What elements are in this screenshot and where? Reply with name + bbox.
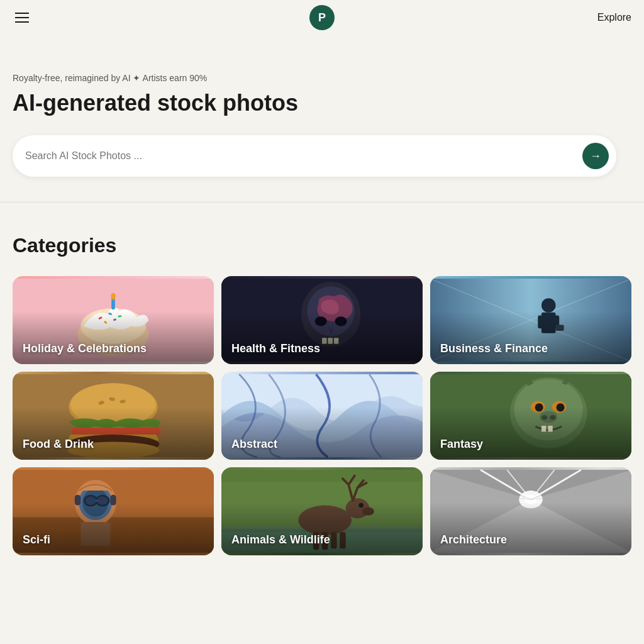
svg-rect-5: [118, 315, 121, 318]
categories-title: Categories: [13, 234, 631, 257]
svg-point-14: [335, 317, 347, 326]
svg-point-44: [552, 401, 567, 413]
category-label-scifi: Sci-fi: [23, 533, 50, 547]
category-card-abstract[interactable]: Abstract: [221, 372, 423, 460]
svg-point-47: [540, 411, 557, 423]
hero-title: AI-generated stock photos: [13, 89, 631, 116]
category-label-fantasy: Fantasy: [440, 438, 483, 451]
svg-rect-50: [541, 426, 547, 431]
section-divider: [0, 202, 644, 203]
svg-rect-77: [340, 532, 345, 548]
category-card-food[interactable]: Food & Drink: [13, 372, 214, 460]
menu-button[interactable]: [13, 10, 31, 25]
svg-point-57: [82, 488, 108, 516]
svg-rect-16: [328, 338, 333, 343]
svg-point-72: [362, 508, 374, 516]
category-label-animals: Animals & Wildlife: [231, 533, 330, 547]
svg-point-13: [315, 317, 327, 326]
svg-rect-63: [75, 495, 80, 506]
svg-line-23: [531, 320, 631, 362]
logo-icon: P: [309, 5, 335, 30]
svg-rect-15: [322, 338, 327, 343]
category-label-food: Food & Drink: [23, 438, 94, 451]
svg-point-73: [358, 503, 364, 508]
header: P Explore: [0, 0, 644, 35]
svg-point-70: [298, 506, 352, 535]
svg-point-49: [550, 415, 555, 420]
logo-letter: P: [318, 11, 326, 25]
category-label-health: Health & Fitness: [231, 342, 320, 355]
category-card-architecture[interactable]: Architecture: [430, 467, 631, 555]
svg-point-9: [111, 293, 116, 300]
category-label-architecture: Architecture: [440, 533, 507, 547]
categories-grid: Holiday & Celebrations: [13, 276, 631, 555]
svg-rect-64: [110, 495, 116, 506]
logo[interactable]: P: [309, 5, 335, 30]
svg-rect-65: [80, 522, 110, 546]
category-card-fantasy[interactable]: Fantasy: [430, 372, 631, 460]
svg-rect-6: [104, 321, 107, 324]
svg-rect-17: [334, 338, 339, 343]
category-label-holiday: Holiday & Celebrations: [23, 342, 147, 355]
svg-rect-25: [541, 313, 556, 333]
search-bar: →: [13, 135, 616, 177]
category-card-scifi[interactable]: Sci-fi: [13, 467, 214, 555]
svg-rect-28: [556, 325, 564, 331]
svg-line-22: [430, 320, 531, 362]
svg-rect-35: [72, 428, 160, 435]
category-label-abstract: Abstract: [231, 438, 277, 451]
svg-rect-76: [331, 532, 336, 548]
svg-rect-51: [548, 426, 553, 431]
svg-point-61: [97, 497, 108, 505]
svg-point-60: [86, 497, 96, 505]
svg-rect-7: [113, 318, 116, 321]
svg-point-12: [307, 287, 354, 336]
svg-point-46: [556, 403, 564, 411]
svg-point-2: [80, 308, 146, 343]
svg-point-42: [514, 379, 583, 441]
svg-point-24: [541, 298, 556, 313]
explore-button[interactable]: Explore: [597, 12, 631, 23]
svg-rect-3: [98, 316, 102, 319]
svg-point-71: [346, 498, 370, 518]
svg-rect-4: [108, 313, 112, 316]
category-card-health[interactable]: Health & Fitness: [221, 276, 423, 364]
svg-rect-27: [555, 316, 560, 329]
svg-point-43: [531, 401, 545, 413]
category-card-business[interactable]: Business & Finance: [430, 276, 631, 364]
svg-rect-69: [221, 482, 423, 529]
category-label-business: Business & Finance: [440, 342, 548, 355]
category-card-animals[interactable]: Animals & Wildlife: [221, 467, 423, 555]
search-input[interactable]: [25, 150, 582, 162]
hero-subtitle: Royalty-free, reimagined by AI ✦ Artists…: [13, 73, 631, 83]
svg-point-31: [70, 383, 156, 427]
svg-point-45: [535, 403, 543, 411]
svg-point-48: [541, 415, 547, 420]
categories-section: Categories: [0, 221, 644, 568]
search-arrow-icon: →: [590, 150, 601, 163]
svg-rect-26: [538, 316, 543, 329]
category-card-holiday[interactable]: Holiday & Celebrations: [13, 276, 214, 364]
hero-section: Royalty-free, reimagined by AI ✦ Artists…: [0, 35, 644, 202]
search-submit-button[interactable]: →: [582, 143, 609, 169]
